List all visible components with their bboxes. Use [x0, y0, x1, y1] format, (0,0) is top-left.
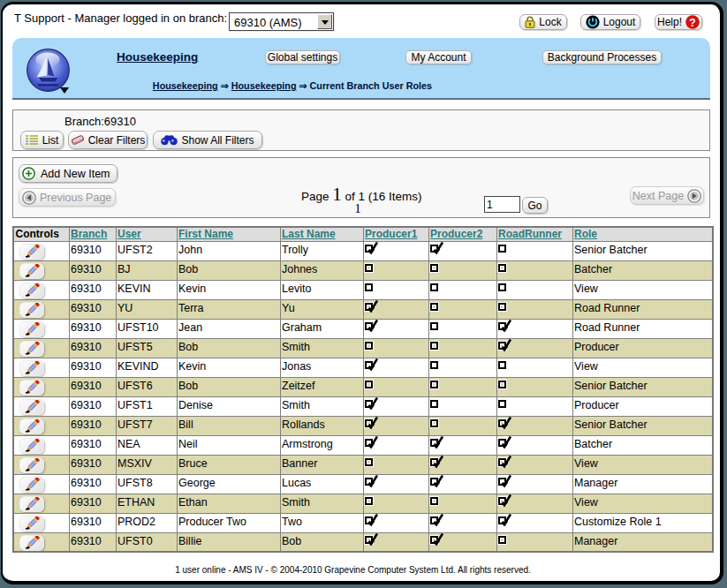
svg-text:?: ?: [689, 17, 695, 29]
